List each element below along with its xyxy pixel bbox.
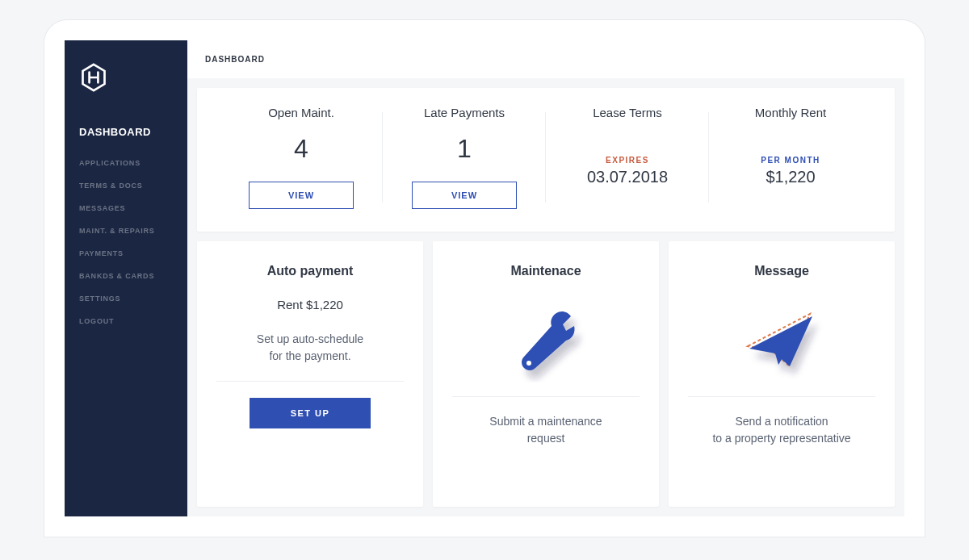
stat-lease-terms: Lease Terms EXPIRES 03.07.2018 [546,106,709,209]
card-title: Auto payment [267,264,354,278]
card-title: Message [754,264,809,278]
sidebar-item-payments[interactable]: PAYMENTS [79,249,187,257]
sidebar-item-dashboard[interactable]: DASHBOARD [79,126,187,138]
sidebar-item-applications[interactable]: APPLICATIONS [79,159,187,167]
sidebar-item-messages[interactable]: MESSAGES [79,204,187,212]
stat-label: Monthly Rent [709,106,872,119]
card-maintenance[interactable]: Maintenace [433,241,659,507]
content: Open Maint. 4 VIEW Late Payments 1 VIEW … [187,78,904,516]
svg-point-0 [526,361,531,366]
paper-plane-icon [733,298,830,387]
hexagon-logo-icon [79,63,108,92]
stat-label: Open Maint. [220,106,383,119]
stat-value: $1,220 [766,168,815,186]
stat-value: 4 [220,134,383,164]
stat-value: 1 [383,134,546,164]
laptop-frame: DASHBOARD APPLICATIONS TERMS & DOCS MESS… [44,20,925,537]
stat-label: Lease Terms [546,106,709,119]
stats-row: Open Maint. 4 VIEW Late Payments 1 VIEW … [197,88,895,232]
divider [688,396,875,397]
app-logo [79,63,187,95]
app-screen: DASHBOARD APPLICATIONS TERMS & DOCS MESS… [65,40,904,516]
divider [216,381,404,382]
divider [452,396,640,397]
sidebar-item-banks-cards[interactable]: BANKDS & CARDS [79,272,187,280]
card-action-text: Send a notification to a property repres… [712,413,850,447]
sidebar-item-settings[interactable]: SETTINGS [79,295,187,303]
page-title: DASHBOARD [205,55,265,64]
wrench-icon [501,298,590,387]
view-late-payments-button[interactable]: VIEW [412,182,517,209]
sidebar-item-terms-docs[interactable]: TERMS & DOCS [79,182,187,190]
stat-caption-per-month: PER MONTH [761,156,820,165]
stat-value: 03.07.2018 [587,168,668,186]
main-area: DASHBOARD Open Maint. 4 VIEW Late Paymen… [187,40,904,516]
card-description: Set up auto-schedule for the payment. [257,331,363,365]
stat-monthly-rent: Monthly Rent PER MONTH $1,220 [709,106,872,209]
card-auto-payment: Auto payment Rent $1,220 Set up auto-sch… [197,241,423,507]
card-message[interactable]: Message [669,241,895,507]
card-rent: Rent $1,220 [277,298,343,311]
card-action-text: Submit a maintenance request [489,413,602,447]
cards-row: Auto payment Rent $1,220 Set up auto-sch… [197,241,895,507]
sidebar: DASHBOARD APPLICATIONS TERMS & DOCS MESS… [65,40,187,516]
stat-label: Late Payments [383,106,546,119]
sidebar-item-maint-repairs[interactable]: MAINT. & REPAIRS [79,227,187,235]
view-open-maint-button[interactable]: VIEW [249,182,354,209]
stat-open-maint: Open Maint. 4 VIEW [220,106,383,209]
topbar: DASHBOARD [187,40,904,78]
stat-caption-expires: EXPIRES [606,156,649,165]
card-title: Maintenace [510,264,581,278]
setup-button[interactable]: SET UP [250,398,371,428]
stat-late-payments: Late Payments 1 VIEW [383,106,546,209]
sidebar-item-logout[interactable]: LOGOUT [79,317,187,325]
